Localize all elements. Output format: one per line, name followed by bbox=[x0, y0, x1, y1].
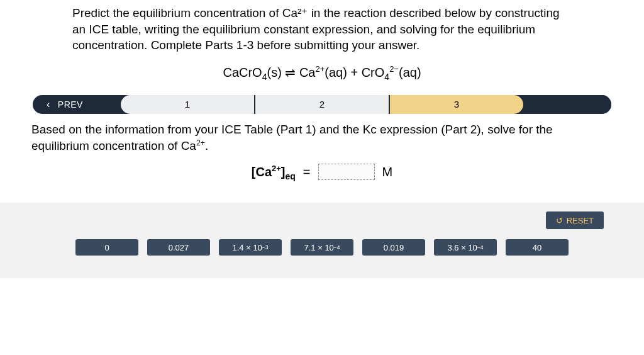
answer-drop-zone[interactable] bbox=[318, 164, 375, 180]
options-row: 00.0271.4 × 10−37.1 × 10−40.0193.6 × 10−… bbox=[10, 239, 634, 256]
answer-equation: [Ca2+]eq = M bbox=[31, 164, 613, 180]
options-panel: ↺ RESET 00.0271.4 × 10−37.1 × 10−40.0193… bbox=[0, 203, 644, 278]
answer-unit: M bbox=[382, 165, 393, 179]
instruction-text: Based on the information from your ICE T… bbox=[31, 121, 613, 154]
nav-tail bbox=[523, 95, 611, 114]
option-button-4[interactable]: 0.019 bbox=[362, 239, 425, 256]
prev-label: PREV bbox=[58, 99, 83, 110]
step-tab-3[interactable]: 3 bbox=[390, 95, 523, 114]
step-nav: ‹ PREV 1 2 3 bbox=[33, 95, 611, 114]
reaction-equation: CaCrO4(s) ⇌ Ca2+(aq) + CrO42−(aq) bbox=[31, 65, 613, 80]
option-button-1[interactable]: 0.027 bbox=[147, 239, 210, 256]
prompt-text: Predict the equilibrium concentration of… bbox=[72, 5, 563, 54]
option-button-5[interactable]: 3.6 × 10−4 bbox=[434, 239, 497, 256]
undo-icon: ↺ bbox=[556, 216, 563, 225]
equals-sign: = bbox=[303, 165, 311, 179]
chevron-left-icon: ‹ bbox=[47, 99, 50, 110]
prev-button[interactable]: ‹ PREV bbox=[33, 95, 121, 114]
step-tab-2[interactable]: 2 bbox=[255, 95, 390, 114]
option-button-2[interactable]: 1.4 × 10−3 bbox=[219, 239, 282, 256]
option-button-6[interactable]: 40 bbox=[506, 239, 569, 256]
answer-lhs: [Ca2+]eq bbox=[252, 165, 296, 179]
option-button-3[interactable]: 7.1 × 10−4 bbox=[291, 239, 353, 256]
reset-button[interactable]: ↺ RESET bbox=[546, 211, 604, 229]
option-button-0[interactable]: 0 bbox=[75, 239, 138, 256]
step-tab-1[interactable]: 1 bbox=[121, 95, 255, 114]
reset-label: RESET bbox=[567, 216, 594, 225]
